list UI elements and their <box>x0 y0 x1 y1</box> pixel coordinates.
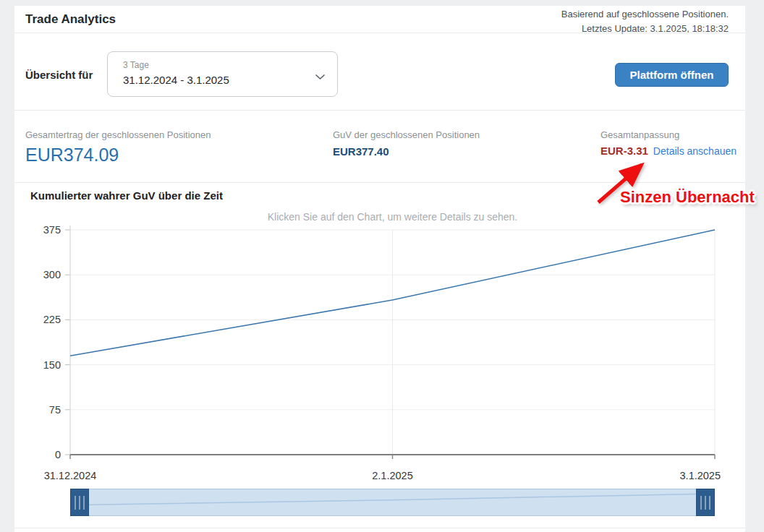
range-slider-track[interactable] <box>70 489 715 516</box>
page-title: Trade Analytics <box>25 12 116 27</box>
svg-text:375: 375 <box>43 224 61 236</box>
analytics-card: Trade Analytics Basierend auf geschlosse… <box>14 6 745 532</box>
svg-text:75: 75 <box>49 404 61 416</box>
svg-text:3.1.2025: 3.1.2025 <box>680 470 721 481</box>
overview-divider <box>14 110 745 111</box>
header-divider <box>14 33 745 33</box>
svg-text:150: 150 <box>43 359 61 371</box>
header-note-line2: Letztes Update: 3.1.2025, 18:18:32 <box>561 22 729 36</box>
header-note-line1: Basierend auf geschlossene Positionen. <box>561 7 729 22</box>
grip-icon <box>700 496 710 510</box>
date-range-select[interactable]: 3 Tage 31.12.2024 - 3.1.2025 <box>107 51 338 97</box>
chevron-down-icon <box>315 70 326 83</box>
stat-pnl-label: GuV der geschlossenen Positionen <box>333 129 480 140</box>
annotation-text: Sinzen Übernacht <box>620 188 755 207</box>
slider-right-handle[interactable] <box>696 489 715 516</box>
open-platform-button[interactable]: Plattform öffnen <box>615 63 729 87</box>
svg-text:0: 0 <box>55 449 61 460</box>
stat-total-return-value: EUR374.09 <box>25 145 119 166</box>
grip-icon <box>75 496 85 510</box>
trade-analytics-page: { "header": { "title": "Trade Analytics"… <box>0 0 764 532</box>
svg-text:300: 300 <box>43 269 61 280</box>
svg-text:31.12.2024: 31.12.2024 <box>44 470 97 481</box>
overview-label: Übersicht für <box>25 69 93 81</box>
stat-total-return-label: Gesamtertrag der geschlossenen Positione… <box>25 129 211 140</box>
svg-text:2.1.2025: 2.1.2025 <box>372 470 412 481</box>
svg-text:225: 225 <box>43 314 61 325</box>
date-range-caption: 3 Tage <box>123 60 149 70</box>
stat-pnl-value: EUR377.40 <box>333 145 389 158</box>
slider-mini-chart <box>71 489 714 515</box>
slider-left-handle[interactable] <box>70 489 89 516</box>
bottom-divider <box>14 528 745 528</box>
header-note: Basierend auf geschlossene Positionen. L… <box>561 7 729 36</box>
chart-title: Kumulierter wahrer GuV über die Zeit <box>30 189 223 202</box>
stat-adjustment-label: Gesamtanpassung <box>600 129 679 140</box>
details-link[interactable]: Details anschauen <box>653 145 737 157</box>
cumulative-pnl-chart[interactable]: 07515022530037531.12.20242.1.20253.1.202… <box>14 224 745 484</box>
date-range-value: 31.12.2024 - 3.1.2025 <box>123 74 229 86</box>
